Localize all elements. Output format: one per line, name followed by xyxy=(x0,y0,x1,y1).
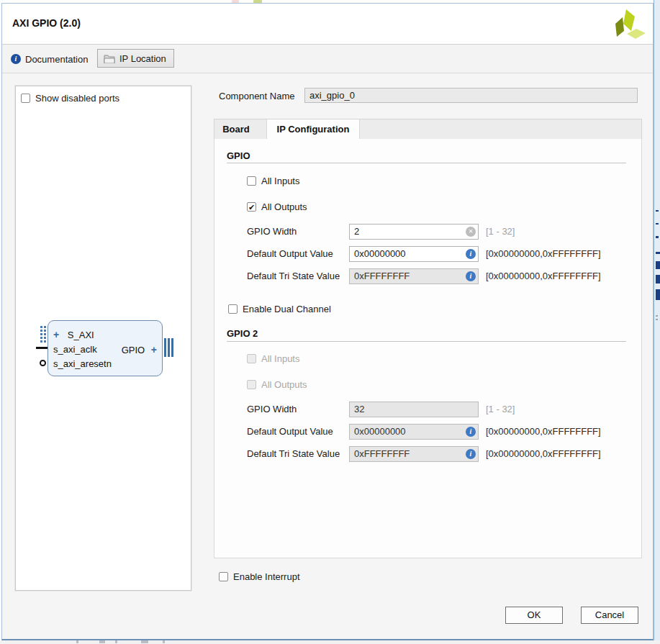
background-fragment xyxy=(656,319,658,320)
folder-icon xyxy=(104,54,115,63)
gpio2-all-outputs-checkbox xyxy=(247,380,256,389)
ok-button[interactable]: OK xyxy=(505,607,563,624)
gpio2-width-label: GPIO Width xyxy=(247,402,297,417)
dialog-toolbar: i Documentation IP Location xyxy=(2,44,653,73)
gpio2-width-value: 32 xyxy=(354,404,364,414)
port-diagram-panel: Show disabled ports + S_AXI s_axi_aclk s… xyxy=(15,86,191,591)
gpio-section-title: GPIO xyxy=(227,150,626,161)
gpio2-all-inputs-row: All Inputs xyxy=(247,353,299,364)
default-tristate-label: Default Tri State Value xyxy=(247,268,340,284)
xilinx-logo-icon xyxy=(611,9,646,42)
background-fragment xyxy=(656,275,660,284)
ip-configuration-panel: GPIO All Inputs ✔ All Outputs GPIO Width… xyxy=(214,139,642,558)
background-fragment xyxy=(99,640,105,643)
gpio-bus-icon xyxy=(164,338,173,357)
enable-dual-channel-label: Enable Dual Channel xyxy=(243,304,331,314)
gpio2-width-hint: [1 - 32] xyxy=(486,402,515,417)
gpio-width-label: GPIO Width xyxy=(247,224,297,240)
config-tabbar: Board IP Configuration xyxy=(214,119,642,139)
cancel-button[interactable]: Cancel xyxy=(581,607,638,624)
background-window-bottom-sliver xyxy=(0,640,660,644)
background-fragment xyxy=(656,252,660,254)
gpio-expand-icon[interactable]: + xyxy=(151,344,157,355)
check-icon: ✔ xyxy=(248,203,255,212)
gpio2-all-outputs-row: All Outputs xyxy=(247,379,307,390)
background-fragment xyxy=(656,261,660,269)
ip-block[interactable]: + S_AXI s_axi_aclk s_axi_aresetn GPIO + xyxy=(48,320,163,376)
gpio2-default-output-label: Default Output Value xyxy=(247,424,333,440)
background-fragment xyxy=(76,640,78,643)
gpio-all-outputs-row[interactable]: ✔ All Outputs xyxy=(247,201,307,212)
gpio-width-hint: [1 - 32] xyxy=(486,224,515,240)
dialog-title-bar: AXI GPIO (2.0) xyxy=(2,4,653,44)
gpio2-default-output-value: 0x00000000 xyxy=(354,426,406,437)
gpio-all-inputs-label: All Inputs xyxy=(261,176,299,186)
info-icon[interactable]: i xyxy=(466,271,476,281)
documentation-info-icon: i xyxy=(11,54,21,64)
background-window-right-sliver xyxy=(654,0,660,644)
enable-interrupt-label: Enable Interrupt xyxy=(233,571,300,582)
gpio2-width-input: 32 xyxy=(349,402,479,417)
enable-dual-channel-checkbox[interactable] xyxy=(228,304,238,314)
gpio2-default-tristate-value: 0xFFFFFFFF xyxy=(354,448,410,459)
enable-interrupt-row[interactable]: Enable Interrupt xyxy=(219,571,300,582)
clear-icon[interactable]: ✕ xyxy=(466,227,476,237)
dialog-title: AXI GPIO (2.0) xyxy=(12,17,81,29)
gpio-all-inputs-row[interactable]: All Inputs xyxy=(247,176,299,186)
s-axi-port-row[interactable]: + S_AXI xyxy=(53,329,94,340)
gpio-section-rule xyxy=(227,163,626,163)
gpio2-all-inputs-label: All Inputs xyxy=(261,353,299,364)
gpio2-default-tristate-hint: [0x00000000,0xFFFFFFFF] xyxy=(486,446,601,462)
default-tristate-value: 0xFFFFFFFF xyxy=(354,271,410,281)
s-axi-port-label: S_AXI xyxy=(68,330,94,340)
aclk-pin-stub xyxy=(36,347,48,349)
documentation-label: Documentation xyxy=(25,54,88,65)
component-name-label: Component Name xyxy=(219,91,295,101)
gpio-all-outputs-label: All Outputs xyxy=(261,201,307,212)
ip-location-label: IP Location xyxy=(119,53,166,64)
gpio-width-input[interactable]: 2 ✕ xyxy=(349,224,479,240)
background-fragment xyxy=(656,210,659,212)
default-output-label: Default Output Value xyxy=(247,246,333,262)
gpio-port-label: GPIO xyxy=(122,345,145,355)
tab-board[interactable]: Board xyxy=(219,119,253,140)
s-axi-aresetn-port-label: s_axi_aresetn xyxy=(53,358,112,369)
gpio-width-value: 2 xyxy=(354,226,359,237)
show-disabled-ports-label: Show disabled ports xyxy=(35,93,119,104)
axi-gpio-dialog: AXI GPIO (2.0) i Documentation IP Locati… xyxy=(1,3,654,640)
gpio2-default-tristate-input: 0xFFFFFFFF i xyxy=(349,446,479,462)
ip-location-button[interactable]: IP Location xyxy=(97,49,174,68)
default-output-hint: [0x00000000,0xFFFFFFFF] xyxy=(486,246,601,262)
info-icon[interactable]: i xyxy=(466,249,476,259)
default-output-input[interactable]: 0x00000000 i xyxy=(349,246,479,262)
gpio-all-outputs-checkbox[interactable]: ✔ xyxy=(247,202,256,212)
s-axi-interface-pin-icon xyxy=(40,326,47,343)
gpio-port-row[interactable]: GPIO + xyxy=(122,344,157,355)
background-fragment xyxy=(656,223,659,225)
show-disabled-ports-row[interactable]: Show disabled ports xyxy=(21,93,119,104)
background-fragment xyxy=(115,640,117,643)
documentation-button[interactable]: i Documentation xyxy=(11,53,88,65)
screen: AXI GPIO (2.0) i Documentation IP Locati… xyxy=(0,0,660,644)
gpio2-default-tristate-label: Default Tri State Value xyxy=(247,446,340,462)
gpio2-default-output-hint: [0x00000000,0xFFFFFFFF] xyxy=(486,424,601,440)
gpio2-default-output-input: 0x00000000 i xyxy=(349,424,479,440)
gpio2-all-outputs-label: All Outputs xyxy=(261,379,307,390)
background-fragment xyxy=(656,289,660,300)
gpio2-section-rule xyxy=(227,341,626,342)
s-axi-expand-icon[interactable]: + xyxy=(53,329,59,340)
gpio2-section-title: GPIO 2 xyxy=(227,328,626,339)
gpio2-all-inputs-checkbox xyxy=(247,354,256,363)
s-axi-aclk-port-label: s_axi_aclk xyxy=(53,344,97,355)
gpio-all-inputs-checkbox[interactable] xyxy=(247,176,256,186)
info-icon[interactable]: i xyxy=(466,427,476,437)
aresetn-pin-icon xyxy=(40,360,46,366)
enable-interrupt-checkbox[interactable] xyxy=(219,572,228,581)
info-icon[interactable]: i xyxy=(466,449,476,459)
default-tristate-input: 0xFFFFFFFF i xyxy=(349,268,479,284)
component-name-input[interactable]: axi_gpio_0 xyxy=(304,88,638,103)
background-fragment xyxy=(141,640,148,643)
enable-dual-channel-row[interactable]: Enable Dual Channel xyxy=(228,304,331,314)
show-disabled-ports-checkbox[interactable] xyxy=(21,94,30,103)
tab-ip-configuration[interactable]: IP Configuration xyxy=(266,119,360,140)
